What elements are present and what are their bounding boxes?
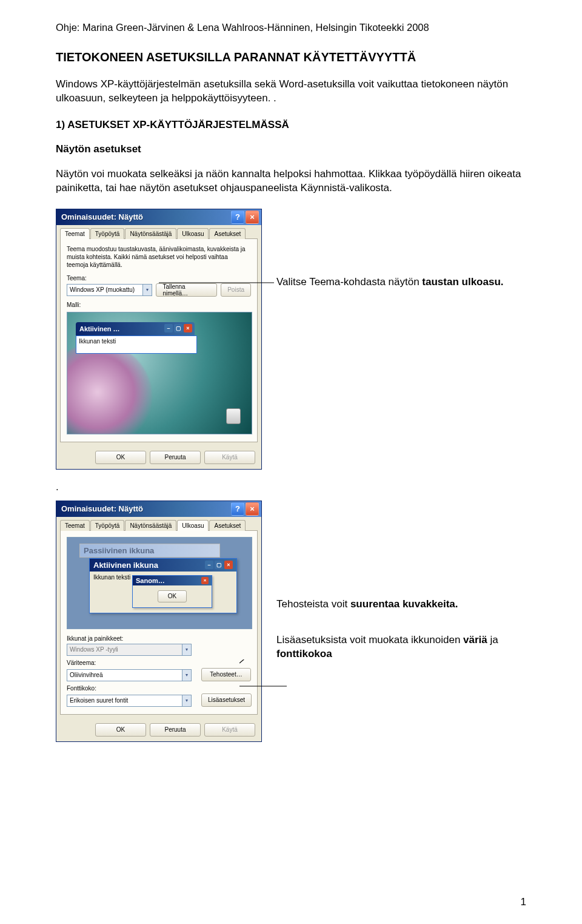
cancel-button[interactable]: Peruuta — [150, 723, 201, 737]
doc-title: TIETOKONEEN ASETUKSILLA PARANNAT KÄYTETT… — [56, 50, 526, 64]
dialog-title: Ominaisuudet: Näyttö — [61, 504, 230, 513]
label-malli: Malli: — [67, 302, 251, 308]
annotation-3: Lisäasetuksista voit muokata ikkunoiden … — [276, 633, 526, 661]
help-icon[interactable]: ? — [231, 211, 244, 224]
msg-ok-button: OK — [158, 590, 187, 602]
display-properties-dialog-appearance: Ominaisuudet: Näyttö ? × Teemat Työpöytä… — [56, 501, 262, 742]
maximize-icon: ▢ — [215, 561, 223, 569]
delete-button[interactable]: Poista — [221, 283, 251, 297]
teema-value: Windows XP (muokattu) — [70, 286, 142, 293]
tab-tyopoyta[interactable]: Työpöytä — [90, 228, 125, 239]
close-icon: × — [224, 561, 233, 569]
theme-description: Teema muodostuu taustakuvasta, äänivalik… — [67, 245, 251, 269]
tab-strip: Teemat Työpöytä Näytönsäästäjä Ulkoasu A… — [56, 517, 261, 530]
section-1-heading: 1) ASETUKSET XP-KÄYTTÖJÄRJESTELMÄSSÄ — [56, 119, 526, 131]
label-windows-buttons: Ikkunat ja painikkeet: — [67, 635, 251, 642]
windows-style-combo[interactable]: Windows XP -tyyli ▾ — [67, 644, 192, 656]
maximize-icon: ▢ — [174, 324, 182, 332]
help-icon[interactable]: ? — [231, 502, 244, 516]
annotation-1: Valitse Teema-kohdasta näytön taustan ul… — [276, 275, 504, 289]
subheading-display-settings: Näytön asetukset — [56, 143, 526, 155]
color-scheme-combo[interactable]: Oliivinvihreä ▾ — [67, 669, 192, 681]
wallpaper-graphic — [67, 343, 152, 434]
chevron-down-icon[interactable]: ▾ — [182, 670, 191, 681]
close-icon[interactable]: × — [246, 502, 259, 516]
advanced-button[interactable]: Lisäasetukset — [201, 693, 252, 707]
tab-ulkoasu[interactable]: Ulkoasu — [177, 520, 209, 531]
preview-inactive-window: Passiivinen ikkuna — [79, 544, 220, 558]
preview-active-titlebar: Aktiivinen … – ▢ × — [76, 322, 195, 336]
preview-active-window: Aktiivinen ikkuna – ▢ × Ikkunan teksti S… — [89, 558, 237, 613]
chevron-down-icon[interactable]: ▾ — [142, 285, 152, 295]
apply-button[interactable]: Käytä — [204, 723, 255, 737]
tab-asetukset[interactable]: Asetukset — [209, 520, 246, 531]
label-teema: Teema: — [67, 275, 251, 282]
appearance-preview: Passiivinen ikkuna Aktiivinen ikkuna – ▢… — [67, 537, 252, 629]
tab-asetukset[interactable]: Asetukset — [209, 228, 246, 239]
dialog-titlebar[interactable]: Ominaisuudet: Näyttö ? × — [56, 501, 261, 517]
tab-tyopoyta[interactable]: Työpöytä — [90, 520, 125, 531]
dialog-titlebar[interactable]: Ominaisuudet: Näyttö ? × — [56, 209, 261, 225]
save-as-button[interactable]: Tallenna nimellä… — [156, 283, 217, 297]
chevron-down-icon[interactable]: ▾ — [182, 644, 191, 655]
apply-button[interactable]: Käytä — [204, 451, 255, 464]
display-properties-dialog-themes: Ominaisuudet: Näyttö ? × Teemat Työpöytä… — [56, 209, 262, 470]
teema-combo[interactable]: Windows XP (muokattu) ▾ — [67, 284, 152, 296]
paragraph-1: Näytön voi muokata selkeäksi ja näön kan… — [56, 167, 526, 195]
preview-window-body: Ikkunan teksti — [76, 336, 197, 354]
effects-button[interactable]: Tehosteet… — [201, 668, 251, 681]
close-icon: × — [201, 577, 209, 584]
theme-preview: Aktiivinen … – ▢ × Ikkunan teksti — [67, 312, 252, 434]
ok-button[interactable]: OK — [95, 723, 146, 737]
tab-teemat[interactable]: Teemat — [60, 228, 90, 239]
font-size-combo[interactable]: Erikoisen suuret fontit ▾ — [67, 695, 192, 707]
tab-ulkoasu[interactable]: Ulkoasu — [177, 228, 209, 239]
tab-teemat[interactable]: Teemat — [60, 520, 90, 531]
dialog-title: Ominaisuudet: Näyttö — [61, 212, 230, 221]
cancel-button[interactable]: Peruuta — [150, 451, 201, 464]
annotation-2: Tehosteista voit suurentaa kuvakkeita. — [276, 598, 526, 612]
lone-dot: . — [56, 481, 526, 494]
preview-message-box: Sanom…× OK — [132, 575, 212, 608]
page-header: Ohje: Marina Green-Järvinen & Lena Wahlr… — [56, 22, 526, 33]
close-icon: × — [184, 324, 192, 332]
minimize-icon: – — [205, 561, 213, 569]
close-icon[interactable]: × — [246, 211, 259, 224]
tab-naytonsaastaja[interactable]: Näytönsäästäjä — [125, 520, 176, 531]
intro-paragraph: Windows XP-käyttöjärjestelmän asetuksill… — [56, 78, 526, 106]
label-color-scheme: Väriteema: — [67, 659, 251, 666]
page-number: 1 — [521, 896, 526, 908]
tab-strip: Teemat Työpöytä Näytönsäästäjä Ulkoasu A… — [56, 225, 261, 238]
recycle-bin-icon — [226, 408, 241, 424]
minimize-icon: – — [164, 324, 173, 332]
label-font-size: Fonttikoko: — [67, 685, 251, 692]
tab-naytonsaastaja[interactable]: Näytönsäästäjä — [125, 228, 176, 239]
chevron-down-icon[interactable]: ▾ — [182, 695, 191, 706]
ok-button[interactable]: OK — [95, 451, 146, 464]
